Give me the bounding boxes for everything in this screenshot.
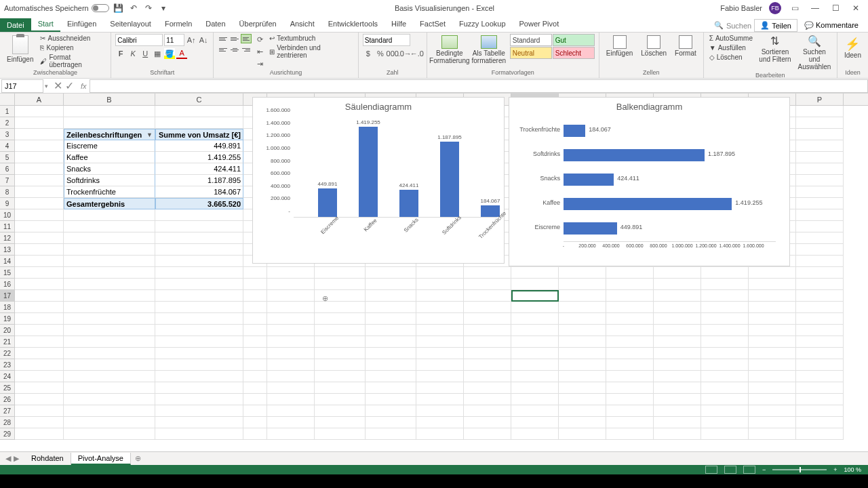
style-schlecht[interactable]: Schlecht [553,47,595,59]
cell-N21[interactable] [701,336,749,348]
cell-A9[interactable] [15,198,64,209]
cell-P9[interactable] [796,198,844,209]
font-color-button[interactable]: A [176,48,187,59]
cell-E20[interactable] [267,325,315,336]
cell-M15[interactable] [654,267,701,279]
chart-bar[interactable] [564,174,614,186]
cell-P2[interactable] [796,117,844,129]
row-header-7[interactable]: 7 [0,175,15,186]
chart-bar[interactable] [564,198,732,210]
row-header-17[interactable]: 17 [0,290,15,302]
cell-H15[interactable] [416,267,464,279]
tab-entwicklertools[interactable]: Entwicklertools [321,17,384,32]
zoom-level[interactable]: 100 % [844,466,861,473]
cell-C2[interactable] [155,117,243,129]
cell-A22[interactable] [15,348,64,359]
tab-fuzzy lookup[interactable]: Fuzzy Lookup [452,17,512,32]
clear-button[interactable]: ◇Löschen [708,53,754,62]
chart-bar[interactable] [440,142,459,217]
row-header-1[interactable]: 1 [0,106,15,117]
cell-K19[interactable] [559,313,606,325]
format-painter-button[interactable]: 🖌Format übertragen [39,53,106,69]
cell-H19[interactable] [416,313,464,325]
cell-D26[interactable] [243,394,267,405]
cell-D29[interactable] [243,428,267,440]
row-header-11[interactable]: 11 [0,221,15,232]
cell-M19[interactable] [654,313,701,325]
cell-A14[interactable] [15,256,64,267]
tab-power pivot[interactable]: Power Pivot [513,17,566,32]
cell-G29[interactable] [366,428,416,440]
decrease-decimal[interactable]: ←.0 [412,48,422,59]
cell-J21[interactable] [511,336,559,348]
cell-N26[interactable] [701,394,749,405]
cell-M21[interactable] [654,336,701,348]
page-break-view-icon[interactable] [743,466,755,474]
tab-daten[interactable]: Daten [199,17,232,32]
cell-J24[interactable] [511,371,559,382]
indent-right[interactable]: ⇥ [254,58,265,69]
cell-I27[interactable] [464,405,511,417]
search-box[interactable]: 🔍 Suchen [714,21,751,30]
chart-bar[interactable] [564,149,705,161]
row-header-13[interactable]: 13 [0,244,15,256]
cell-B2[interactable] [64,117,155,129]
insert-cells-button[interactable]: Einfügen [604,34,635,58]
cell-A1[interactable] [15,106,64,117]
cell-F19[interactable] [315,313,366,325]
cell-F29[interactable] [315,428,366,440]
cell-B15[interactable] [64,267,155,279]
cell-A29[interactable] [15,428,64,440]
cell-J26[interactable] [511,394,559,405]
cell-N24[interactable] [701,371,749,382]
spreadsheet-grid[interactable]: ABCDEFGHIJKLMNOP 123Zeilenbeschriftungen… [0,94,868,446]
cell-B27[interactable] [64,405,155,417]
cell-G25[interactable] [366,382,416,394]
cell-D17[interactable] [243,290,267,302]
cell-P21[interactable] [796,336,844,348]
cell-K28[interactable] [559,417,606,428]
cell-B1[interactable] [64,106,155,117]
cell-P16[interactable] [796,279,844,290]
cell-J15[interactable] [511,267,559,279]
cell-C26[interactable] [155,394,243,405]
cell-M29[interactable] [654,428,701,440]
cell-B29[interactable] [64,428,155,440]
cell-G22[interactable] [366,348,416,359]
cell-H18[interactable] [416,302,464,313]
cell-P18[interactable] [796,302,844,313]
cell-F16[interactable] [315,279,366,290]
row-header-24[interactable]: 24 [0,371,15,382]
cell-K29[interactable] [559,428,606,440]
row-header-29[interactable]: 29 [0,428,15,440]
cell-A6[interactable] [15,163,64,175]
font-size-select[interactable] [164,34,184,46]
underline-button[interactable]: U [140,48,151,59]
cell-D21[interactable] [243,336,267,348]
cell-P28[interactable] [796,417,844,428]
cell-B6[interactable]: Snacks [64,163,155,175]
cell-B22[interactable] [64,348,155,359]
row-header-25[interactable]: 25 [0,382,15,394]
cell-O21[interactable] [749,336,796,348]
sheet-tab-pivot-analyse[interactable]: Pivot-Analyse [71,453,131,465]
cell-M25[interactable] [654,382,701,394]
cell-A19[interactable] [15,313,64,325]
cell-I21[interactable] [464,336,511,348]
cell-E18[interactable] [267,302,315,313]
cell-H28[interactable] [416,417,464,428]
cell-G16[interactable] [366,279,416,290]
cell-I24[interactable] [464,371,511,382]
cut-button[interactable]: ✂Ausschneiden [39,34,106,43]
cell-C6[interactable]: 424.411 [155,163,243,175]
cell-G20[interactable] [366,325,416,336]
percent-button[interactable]: % [375,48,386,59]
col-header-B[interactable]: B [64,94,155,105]
tab-überprüfen[interactable]: Überprüfen [233,17,283,32]
cell-D25[interactable] [243,382,267,394]
cell-H27[interactable] [416,405,464,417]
cell-A10[interactable] [15,209,64,221]
prev-sheet-icon[interactable]: ◀ [5,454,11,463]
cell-A2[interactable] [15,117,64,129]
cell-P24[interactable] [796,371,844,382]
